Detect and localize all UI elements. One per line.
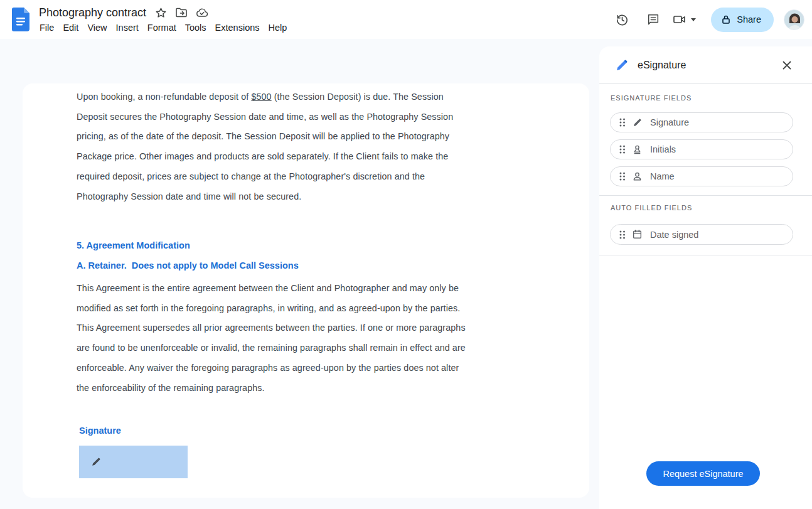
field-label-initials: Initials [650,144,676,154]
section-heading-agreement-modification[interactable]: 5. Agreement Modification [77,240,190,250]
menu-help[interactable]: Help [264,20,292,35]
esignature-fields-section-label: ESIGNATURE FIELDS [611,94,692,102]
request-esignature-button[interactable]: Request eSignature [646,461,760,486]
menu-file[interactable]: File [35,20,58,35]
esignature-panel: eSignature ESIGNATURE FIELDS Signature I… [599,46,812,509]
drag-handle-icon[interactable] [619,171,626,181]
signature-pen-icon [90,456,102,468]
draggable-field-initials[interactable]: Initials [610,139,793,159]
drag-handle-icon[interactable] [619,144,626,154]
star-icon[interactable] [154,6,167,19]
field-label-signature: Signature [650,117,689,127]
initials-stamp-icon [632,144,643,155]
esignature-pen-icon [615,58,629,72]
menu-extensions[interactable]: Extensions [211,20,264,35]
close-panel-icon[interactable] [776,54,798,77]
google-docs-logo[interactable] [12,8,29,31]
lock-icon [721,14,731,24]
contract-paragraph-entire-agreement[interactable]: This Agreement is the entire agreement b… [77,279,468,398]
version-history-icon[interactable] [609,7,634,32]
menu-bar: File Edit View Insert Format Tools Exten… [35,20,291,35]
signature-section-label[interactable]: Signature [79,426,121,436]
menu-edit[interactable]: Edit [58,20,83,35]
draggable-field-signature[interactable]: Signature [610,112,793,132]
calendar-icon [632,229,643,240]
drag-handle-icon[interactable] [619,117,626,127]
document-title[interactable]: Photography contract [39,6,146,19]
join-call-button[interactable] [672,12,696,27]
panel-title: eSignature [638,60,776,71]
comments-icon[interactable] [641,7,666,32]
section-heading-retainer[interactable]: A. Retainer. Does not apply to Model Cal… [77,260,299,271]
document-page[interactable]: Upon booking, a non-refundable deposit o… [23,83,589,498]
draggable-field-name[interactable]: Name [610,166,793,186]
pen-icon [632,117,643,128]
menu-format[interactable]: Format [143,20,181,35]
share-button[interactable]: Share [711,8,774,32]
draggable-field-date-signed[interactable]: Date signed [610,224,793,245]
account-avatar[interactable] [784,9,804,30]
drag-handle-icon[interactable] [619,230,626,240]
move-to-folder-icon[interactable] [175,6,188,19]
person-icon [632,171,643,182]
para1-before: Upon booking, a non-refundable deposit o… [77,92,251,102]
menu-tools[interactable]: Tools [181,20,211,35]
field-label-name: Name [650,171,675,181]
menu-view[interactable]: View [83,20,111,35]
menu-insert[interactable]: Insert [112,20,143,35]
field-label-date-signed: Date signed [650,230,698,240]
cloud-saved-icon[interactable] [196,6,208,19]
signature-field-placeholder[interactable] [79,446,188,478]
esignature-panel-header: eSignature [599,46,812,83]
autofill-fields-section-label: AUTO FILLED FIELDS [611,204,692,212]
contract-paragraph-deposit[interactable]: Upon booking, a non-refundable deposit o… [77,87,468,206]
share-button-label: Share [737,14,761,24]
join-call-caret-icon [691,18,696,21]
para1-underlined-amount: $500 [251,92,271,102]
app-header: Photography contract File Edit View Inse… [0,0,812,39]
para1-after: (the Session Deposit) is due. The Sessio… [77,92,456,201]
